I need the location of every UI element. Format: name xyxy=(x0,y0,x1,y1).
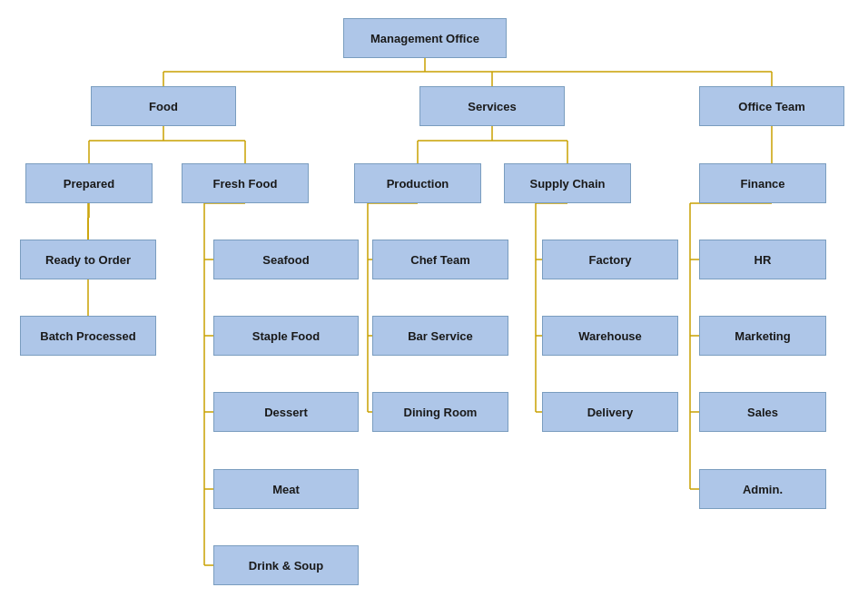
node-meat: Meat xyxy=(213,469,359,509)
node-hr: HR xyxy=(699,240,826,279)
node-management: Management Office xyxy=(343,18,507,58)
org-chart: Management OfficeFoodServicesOffice Team… xyxy=(0,0,868,607)
node-delivery: Delivery xyxy=(542,392,678,432)
node-drink_soup: Drink & Soup xyxy=(213,545,359,585)
node-finance: Finance xyxy=(699,163,826,203)
node-warehouse: Warehouse xyxy=(542,316,678,356)
node-factory: Factory xyxy=(542,240,678,279)
node-food: Food xyxy=(91,86,236,126)
node-batch_processed: Batch Processed xyxy=(20,316,156,356)
node-ready_to_order: Ready to Order xyxy=(20,240,156,279)
node-admin: Admin. xyxy=(699,469,826,509)
node-bar_service: Bar Service xyxy=(372,316,508,356)
node-office_team: Office Team xyxy=(699,86,844,126)
node-dessert: Dessert xyxy=(213,392,359,432)
node-staple_food: Staple Food xyxy=(213,316,359,356)
node-seafood: Seafood xyxy=(213,240,359,279)
node-dining_room: Dining Room xyxy=(372,392,508,432)
node-marketing: Marketing xyxy=(699,316,826,356)
node-fresh_food: Fresh Food xyxy=(182,163,309,203)
node-production: Production xyxy=(354,163,481,203)
node-prepared: Prepared xyxy=(25,163,153,203)
node-chef_team: Chef Team xyxy=(372,240,508,279)
node-supply_chain: Supply Chain xyxy=(504,163,631,203)
node-sales: Sales xyxy=(699,392,826,432)
node-services: Services xyxy=(419,86,565,126)
